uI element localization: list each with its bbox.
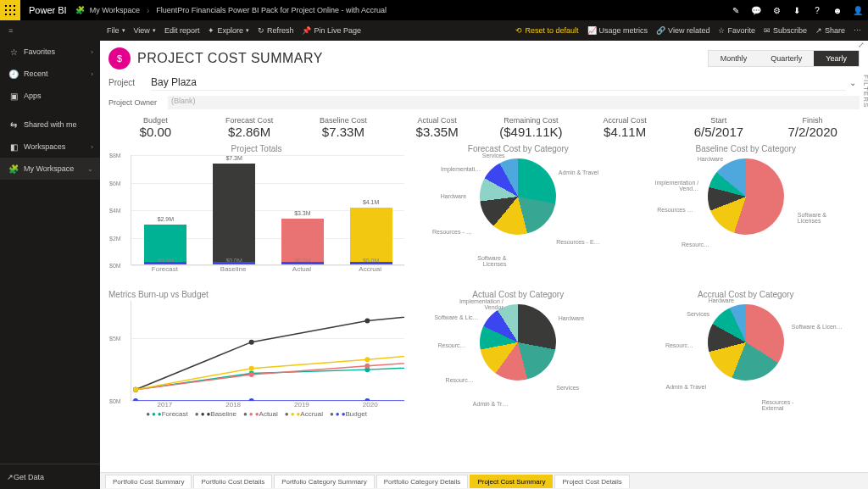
project-label: Project (108, 78, 151, 87)
nav-get-data[interactable]: ↗Get Data (0, 464, 100, 489)
breadcrumb-sep: › (145, 6, 151, 15)
workspace-icon: 🧩 (7, 164, 20, 174)
project-dropdown[interactable]: Bay Plaza (151, 75, 846, 91)
avatar[interactable]: 👤 (848, 6, 868, 15)
hamburger-icon[interactable]: ≡ (0, 20, 100, 41)
tb-share[interactable]: ↗Share (815, 26, 845, 35)
breadcrumb-workspace[interactable]: My Workspace (85, 6, 145, 14)
nav-label: Get Data (14, 473, 44, 481)
pie-label: Implementation / Vendor (453, 298, 504, 310)
pie-label: Resources - External (762, 399, 813, 411)
chevron-right-icon: › (91, 70, 93, 78)
help-icon[interactable]: ? (807, 6, 827, 15)
related-icon: 🔗 (656, 26, 665, 35)
kpi-forecast: Forecast Cost$2.86M (203, 116, 297, 139)
share-icon: ⇆ (7, 120, 20, 130)
share-icon: ↗ (815, 26, 822, 35)
download-icon[interactable]: ⬇ (787, 6, 807, 15)
tb-subscribe[interactable]: ✉Subscribe (764, 26, 807, 35)
chevron-down-icon[interactable]: ⌄ (846, 78, 860, 87)
tb-refresh[interactable]: ↻Refresh (258, 26, 294, 35)
tb-pin[interactable]: 📌Pin Live Page (302, 26, 361, 35)
edit-icon[interactable]: ✎ (726, 6, 746, 15)
tab-portfolio-category-details[interactable]: Portfolio Category Details (376, 475, 469, 488)
tab-project-cost-summary[interactable]: Project Cost Summary (470, 475, 553, 488)
pie-label: Services (659, 311, 709, 317)
chevron-right-icon: › (91, 48, 93, 56)
feedback-icon[interactable]: ☻ (827, 6, 848, 15)
apps-icon: ▣ (7, 92, 20, 101)
app-launcher-icon[interactable] (0, 0, 20, 20)
pie-label: Resources - E… (556, 239, 607, 245)
filters-pane-toggle[interactable]: FILTERS (862, 75, 868, 108)
report-emblem-icon: $ (108, 47, 131, 69)
tb-explore[interactable]: ✦Explore ▾ (208, 26, 249, 35)
pin-icon: 📌 (302, 26, 311, 35)
tb-file[interactable]: File ▾ (107, 26, 125, 35)
tb-usage[interactable]: 📈Usage metrics (587, 26, 648, 35)
nav-label: Favorites (20, 47, 91, 56)
svg-rect-2 (14, 5, 15, 7)
pie-label: Resources … (643, 207, 693, 213)
nav-label: My Workspace (20, 164, 87, 173)
period-quarterly[interactable]: Quarterly (759, 51, 814, 66)
chart-project-totals[interactable]: Project Totals $0M$2M$4M$6M$8M$2.9M$0.0M… (108, 144, 404, 286)
nav-my-workspace[interactable]: 🧩My Workspace⌄ (0, 158, 100, 180)
bar-forecast[interactable]: $2.9M$0.0M (144, 225, 186, 264)
period-yearly[interactable]: Yearly (814, 51, 859, 66)
chart-accrual-pie[interactable]: Accrual Cost by Category Software & Lice… (632, 290, 860, 425)
gear-icon[interactable]: ⚙ (766, 6, 787, 15)
nav-label: Shared with me (20, 120, 93, 129)
pie-label: Implementati… (430, 166, 481, 172)
bar-actual[interactable]: $3.3M$0.0M (281, 219, 324, 264)
nav-apps[interactable]: ▣Apps (0, 85, 100, 107)
pie-label: Services (454, 153, 505, 158)
tab-portfolio-cost-details[interactable]: Portfolio Cost Details (193, 475, 272, 488)
clock-icon: 🕘 (7, 69, 20, 79)
nav-recent[interactable]: 🕘Recent› (0, 63, 100, 85)
kpi-finish: Finish7/2/2020 (765, 116, 860, 139)
pie-label: Admin & Travel (559, 169, 609, 175)
mail-icon: ✉ (764, 26, 771, 35)
nav-favorites[interactable]: ☆Favorites› (0, 41, 100, 63)
pie-label: Resourc… (423, 377, 474, 383)
tb-favorite[interactable]: ☆Favorite (718, 26, 755, 35)
chart-burnup[interactable]: Metrics Burn-up vs Budget $0M$5M 2017201… (108, 290, 404, 425)
owner-value[interactable]: (Blank) (168, 96, 860, 109)
refresh-icon: ↻ (258, 26, 264, 35)
tb-related[interactable]: 🔗View related (656, 26, 709, 35)
tab-project-cost-details[interactable]: Project Cost Details (554, 475, 629, 488)
tb-edit[interactable]: Edit report (164, 26, 200, 35)
pie-label: Services (556, 385, 607, 391)
main-area: File ▾ View ▾ Edit report ✦Explore ▾ ↻Re… (100, 20, 868, 489)
svg-rect-7 (9, 14, 11, 15)
brand-label: Power BI (20, 5, 75, 15)
pie-label: Resourc… (659, 242, 709, 247)
chart-title: Actual Cost by Category (472, 290, 564, 299)
pie-label: Hardware (672, 156, 723, 162)
bar-accrual[interactable]: $4.1M$0.0M (350, 208, 392, 264)
chart-baseline-pie[interactable]: Baseline Cost by Category Software & Lic… (632, 144, 860, 286)
report-page-tabs: Portfolio Cost Summary Portfolio Cost De… (100, 472, 868, 489)
owner-label: Project Owner (108, 98, 168, 107)
metrics-icon: 📈 (587, 26, 597, 35)
chat-icon[interactable]: 💬 (746, 6, 766, 15)
tb-reset[interactable]: ⟲Reset to default (515, 26, 578, 35)
chart-actual-pie[interactable]: Actual Cost by Category HardwareServices… (404, 290, 632, 425)
breadcrumb-report[interactable]: FluentPro Financials Power BI Pack for P… (151, 6, 392, 14)
focus-mode-icon[interactable]: ⤢ (858, 41, 865, 49)
tab-portfolio-category-summary[interactable]: Portfolio Category Summary (274, 475, 374, 488)
top-bar: Power BI 🧩 My Workspace › FluentPro Fina… (0, 0, 868, 20)
kpi-actual: Actual Cost$3.35M (390, 116, 484, 139)
chart-forecast-pie[interactable]: Forecast Cost by Category Admin & Travel… (404, 144, 632, 286)
nav-workspaces[interactable]: ◧Workspaces› (0, 136, 100, 158)
tab-portfolio-cost-summary[interactable]: Portfolio Cost Summary (105, 475, 192, 488)
bar-baseline[interactable]: $7.3M$0.0M (213, 164, 255, 264)
pie-label: Admin & Tr… (457, 401, 508, 407)
tb-more[interactable]: ⋯ (854, 26, 861, 35)
chart-title: Project Totals (108, 144, 404, 153)
nav-shared[interactable]: ⇆Shared with me (0, 114, 100, 136)
kpi-baseline: Baseline Cost$7.33M (297, 116, 391, 139)
tb-view[interactable]: View ▾ (134, 26, 156, 35)
period-monthly[interactable]: Monthly (709, 51, 760, 66)
